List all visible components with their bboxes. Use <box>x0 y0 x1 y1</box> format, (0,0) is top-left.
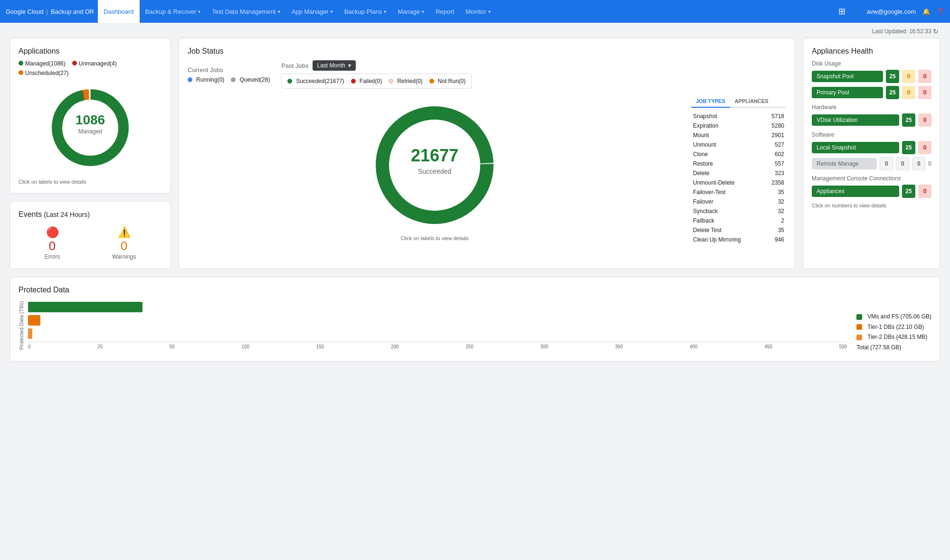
chevron-icon: ▾ <box>331 9 333 14</box>
primary-pool-green[interactable]: 25 <box>886 86 899 99</box>
snapshot-pool-red[interactable]: 0 <box>918 70 931 83</box>
chevron-icon: ▾ <box>198 9 200 14</box>
events-title: Events (Last 24 Hours) <box>19 210 162 219</box>
list-item[interactable]: Failback2 <box>691 216 786 225</box>
hardware-label: Hardware <box>812 104 931 111</box>
snapshot-pool-green[interactable]: 25 <box>886 70 899 83</box>
list-item[interactable]: Failover-Test35 <box>691 187 786 197</box>
nav-manage[interactable]: Manage ▾ <box>392 0 430 23</box>
legend-managed: Managed(1086) <box>19 60 66 67</box>
svg-text:1086: 1086 <box>76 112 105 127</box>
user-email[interactable]: avw@google.com <box>866 8 916 15</box>
chevron-icon: ▾ <box>278 9 280 14</box>
brand-gc: Google Cloud <box>6 8 44 15</box>
snapshot-pool-name: Snapshot Pool <box>812 71 883 82</box>
svg-point-0 <box>57 94 124 161</box>
protected-data-card: Protected Data Protected Data (TBs) <box>10 277 940 362</box>
job-donut-area: 21677 Succeeded Click on labels to view … <box>188 95 682 244</box>
y-axis-label: Protected Data (TBs) <box>19 301 24 350</box>
appliances-health-card: Appliances Health Disk Usage Snapshot Po… <box>803 38 940 269</box>
y-axis-wrapper: Protected Data (TBs) <box>19 301 847 350</box>
remote-manage-g2[interactable]: 0 <box>896 157 909 170</box>
list-item[interactable]: Restore557 <box>691 159 786 168</box>
filter-icon[interactable]: ⊞ <box>838 6 846 17</box>
legend-unmanaged: Unmanaged(4) <box>72 60 117 67</box>
nav-test-data[interactable]: Test Data Management ▾ <box>206 0 285 23</box>
software-label: Software <box>812 131 931 138</box>
vdisk-red[interactable]: 0 <box>918 113 931 127</box>
list-item[interactable]: Expiration5280 <box>691 121 786 131</box>
events-row: 🔴 0 Errors ⚠️ 0 Warnings <box>19 226 162 260</box>
legend-tier1-label: Tier-1 DBs (22.10 GB) <box>867 322 924 333</box>
list-item[interactable]: Unmount-Delete2358 <box>691 178 786 187</box>
nav-app-manager[interactable]: App Manager ▾ <box>286 0 339 23</box>
primary-pool-orange[interactable]: 0 <box>902 86 915 99</box>
past-jobs-section: Past Jobs Last Month ▾ Succeeded(21677) … <box>281 60 472 89</box>
tab-appliances[interactable]: APPLIANCES <box>730 95 773 107</box>
events-subtitle: (Last 24 Hours) <box>44 211 89 218</box>
list-item[interactable]: Failover32 <box>691 197 786 206</box>
local-snapshot-name: Local Snapshot <box>812 142 899 153</box>
job-status-title: Job Status <box>188 47 786 56</box>
vdisk-name: VDisk Utilization <box>812 114 899 126</box>
notification-icon[interactable]: 🔔 <box>922 8 930 15</box>
local-snapshot-red[interactable]: 0 <box>918 141 931 154</box>
past-jobs-label: Past Jobs <box>281 62 308 69</box>
snapshot-pool-orange[interactable]: 0 <box>902 70 915 83</box>
list-item[interactable]: Mount2901 <box>691 131 786 140</box>
page-header: Last Updated: 16:52:33 ↻ <box>0 23 950 38</box>
top-grid: Applications Managed(1086) Unmanaged(4) … <box>10 38 940 269</box>
legend-tier1: Tier-1 DBs (22.10 GB) <box>856 322 931 333</box>
job-tabs: JOB TYPES APPLIANCES <box>691 95 786 108</box>
snapshot-pool-row: Snapshot Pool 25 0 0 <box>812 70 931 83</box>
disk-usage-label: Disk Usage <box>812 60 931 67</box>
legend-vms-box <box>856 314 862 320</box>
vdisk-green[interactable]: 25 <box>902 113 915 127</box>
refresh-icon[interactable]: ↻ <box>933 28 939 35</box>
past-jobs-header: Past Jobs Last Month ▾ <box>281 60 472 71</box>
bar-tier1-fill <box>28 315 40 326</box>
appliances-red[interactable]: 0 <box>918 185 931 198</box>
list-item[interactable]: Delete Test35 <box>691 225 786 235</box>
legend-tier2-box <box>856 335 862 340</box>
appliances-health-footer: Click on numbers to view details <box>812 203 931 208</box>
applications-card: Applications Managed(1086) Unmanaged(4) … <box>10 38 171 194</box>
local-snapshot-green[interactable]: 25 <box>902 141 915 154</box>
nav-backup-recover[interactable]: Backup & Recover ▾ <box>140 0 207 23</box>
remote-manage-g3[interactable]: 0 <box>912 157 925 170</box>
job-status-card: Job Status Current Jobs Running(0) Queue… <box>179 38 795 269</box>
chevron-icon: ▾ <box>488 9 491 14</box>
remote-manage-extra: 0 <box>928 160 931 167</box>
nav-backup-plans[interactable]: Backup Plans ▾ <box>339 0 392 23</box>
legend-vms: VMs and FS (705.06 GB) <box>856 312 931 322</box>
time-filter-dropdown[interactable]: Last Month ▾ <box>313 60 356 71</box>
list-item[interactable]: Clean Up Mirroring946 <box>691 235 786 244</box>
legend-total: Total (727.58 GB) <box>856 343 931 353</box>
primary-pool-name: Primary Pool <box>812 87 883 98</box>
appliances-green[interactable]: 25 <box>902 185 915 198</box>
errors-count: 0 <box>45 239 60 253</box>
svg-point-5 <box>382 113 487 217</box>
remote-manage-g1[interactable]: 0 <box>880 157 893 170</box>
list-item[interactable]: Syncback32 <box>691 206 786 216</box>
nav-monitor[interactable]: Monitor ▾ <box>460 0 496 23</box>
tab-job-types[interactable]: JOB TYPES <box>691 95 730 108</box>
applications-footer: Click on labels to view details <box>19 179 162 185</box>
error-icon: 🔴 <box>45 226 60 239</box>
list-item[interactable]: Delete323 <box>691 168 786 178</box>
brand: Google Cloud | Backup and DR <box>6 8 94 15</box>
nav-dashboard[interactable]: Dashboard <box>98 0 140 23</box>
list-item[interactable]: Unmount527 <box>691 140 786 149</box>
primary-pool-red[interactable]: 0 <box>918 86 931 99</box>
svg-text:Succeeded: Succeeded <box>418 168 451 175</box>
nav-right: ⊞ 👤 avw@google.com 🔔 ❓ <box>838 6 944 17</box>
help-icon[interactable]: ❓ <box>937 8 944 15</box>
legend-total-label: Total (727.58 GB) <box>856 343 901 353</box>
nav-report[interactable]: Report <box>430 0 460 23</box>
current-jobs-legend: Running(0) Queued(28) <box>188 76 270 83</box>
list-item[interactable]: Snapshot5718 <box>691 112 786 121</box>
bars-container: 02550100150200250300350400450500 <box>28 302 847 349</box>
legend-tier1-box <box>856 324 862 330</box>
remote-manage-name: Remote Manage <box>812 158 877 169</box>
list-item[interactable]: Clone602 <box>691 149 786 159</box>
